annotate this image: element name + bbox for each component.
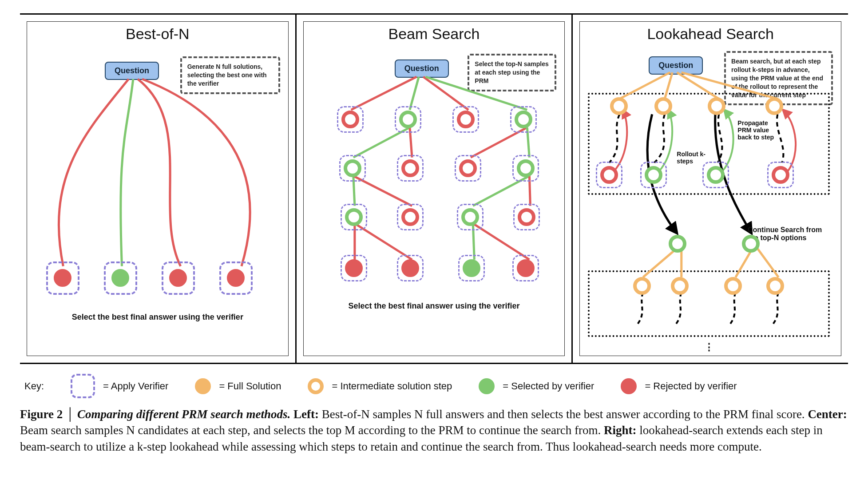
step-rejected-icon — [457, 111, 475, 128]
key-intermediate: = Intermediate solution step — [332, 380, 452, 392]
selected-icon — [479, 378, 495, 394]
beam-title: Beam Search — [304, 25, 565, 43]
best-of-n-note: Generate N full solutions, selecting the… — [180, 56, 280, 94]
step-selected-icon — [461, 208, 479, 226]
best-of-n-title: Best-of-N — [27, 25, 288, 43]
left-label: Left: — [293, 408, 319, 421]
propagate-label: Propagate PRM value back to step — [737, 119, 780, 141]
solution-rejected-icon — [401, 259, 419, 277]
lookahead-panel: Lookahead Search Question Beam search, b… — [571, 15, 848, 363]
step-rejected-icon — [401, 208, 419, 226]
key-label: Key: — [24, 380, 44, 392]
rejected-icon — [621, 378, 637, 394]
figure-number: Figure 2 — [20, 408, 63, 421]
step-selected-icon — [399, 111, 417, 128]
best-of-n-panel: Best-of-N Question Generate N full solut… — [20, 15, 295, 363]
best-of-n-caption: Select the best final answer using the v… — [27, 313, 288, 322]
beam-search-panel: Beam Search Question Select the top-N sa… — [295, 15, 572, 363]
right-label: Right: — [604, 424, 637, 437]
figure-title: Comparing different PRM search methods. — [77, 408, 290, 421]
solution-selected-icon — [111, 269, 129, 287]
svg-line-0 — [351, 77, 416, 110]
key-selected: = Selected by verifier — [503, 380, 594, 392]
step-selected-icon — [344, 159, 361, 177]
key-rejected: = Rejected by verifier — [645, 380, 737, 392]
beam-caption: Select the best final answer using the v… — [304, 301, 565, 311]
continue-label: Continue Search from the top-N options — [748, 226, 830, 242]
rollout-label: Rollout k-steps — [677, 150, 708, 165]
step-selected-icon — [517, 159, 535, 177]
left-text: Best-of-N samples N full answers and the… — [319, 408, 808, 421]
step-selected-icon — [669, 235, 686, 253]
solution-rejected-icon — [227, 269, 245, 287]
center-text: Beam search samples N candidates at each… — [20, 424, 604, 437]
intermediate-icon — [308, 378, 324, 394]
step-selected-icon — [515, 111, 532, 128]
step-rejected-icon — [341, 111, 359, 128]
step-rejected-icon — [401, 159, 419, 177]
step-rejected-icon — [518, 208, 535, 226]
solution-rejected-icon — [54, 269, 71, 287]
ellipsis: ⋮ — [704, 341, 714, 353]
svg-line-1 — [410, 77, 419, 110]
question-box: Question — [649, 56, 703, 75]
verifier-box-icon — [71, 374, 95, 398]
full-solution-icon — [195, 378, 211, 394]
step-rejected-icon — [459, 159, 477, 177]
key-full: = Full Solution — [219, 380, 281, 392]
question-box: Question — [395, 59, 449, 78]
solution-rejected-icon — [517, 259, 535, 277]
center-label: Center: — [808, 408, 847, 421]
legend: Key: = Apply Verifier = Full Solution = … — [20, 364, 848, 402]
key-verifier: = Apply Verifier — [103, 380, 168, 392]
solution-rejected-icon — [169, 269, 187, 287]
beam-note: Select the top-N samples at each step us… — [468, 54, 556, 91]
lookahead-title: Lookahead Search — [580, 25, 841, 43]
svg-line-2 — [423, 77, 468, 110]
dotted-region — [588, 270, 830, 337]
panels: Best-of-N Question Generate N full solut… — [20, 13, 848, 364]
step-selected-icon — [345, 208, 363, 226]
figure-caption: Figure 2 │ Comparing different PRM searc… — [20, 406, 848, 455]
step-selected-icon — [742, 235, 760, 253]
solution-rejected-icon — [345, 259, 363, 277]
solution-selected-icon — [463, 259, 480, 277]
question-box: Question — [105, 62, 159, 80]
